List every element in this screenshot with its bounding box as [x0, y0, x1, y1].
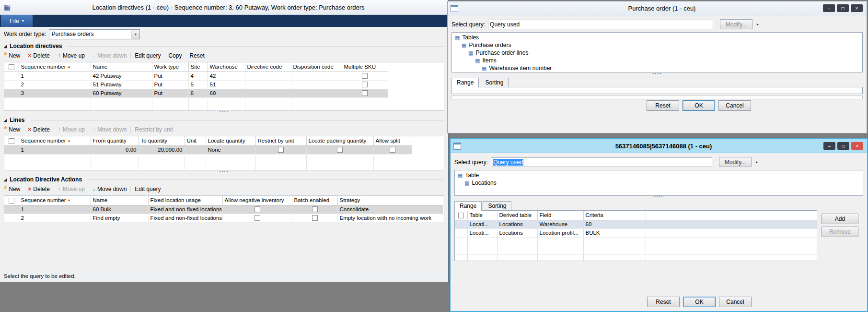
multiple-sku-checkbox[interactable]	[362, 90, 368, 96]
dialog-title-bar[interactable]: 5637146085|5637146088 (1 - ceu) – □ ×	[451, 139, 867, 153]
table-row[interactable]: 2 Find empty Fixed and non-fixed locatio…	[4, 214, 443, 222]
row-selector[interactable]	[4, 89, 19, 97]
select-all-cell[interactable]	[455, 211, 467, 220]
cell-name[interactable]: Find empty	[91, 214, 148, 222]
allow-split-checkbox[interactable]	[390, 147, 395, 153]
delete-button[interactable]: ×Delete	[24, 186, 54, 192]
cell-disposition-code[interactable]	[291, 80, 342, 89]
cell-warehouse[interactable]: 60	[208, 89, 245, 97]
cell-strategy[interactable]: Consolidate	[337, 205, 443, 214]
cell-sequence-number[interactable]: 2	[19, 80, 91, 89]
allow-negative-inventory-checkbox[interactable]	[255, 206, 260, 212]
tab-range[interactable]: Range	[451, 78, 479, 87]
table-row-selected[interactable]: 3 60 Putaway Put 6 60	[4, 89, 388, 97]
row-selector[interactable]	[4, 72, 19, 80]
ok-button[interactable]: OK	[683, 297, 716, 307]
cell-work-type[interactable]: Put	[152, 89, 188, 97]
splitter-handle[interactable]: ····	[0, 111, 448, 115]
row-selector[interactable]	[455, 228, 467, 237]
cell-field[interactable]: Location profil...	[537, 228, 583, 237]
cell-field[interactable]: Warehouse	[537, 220, 583, 228]
cell-batch-enabled[interactable]	[292, 205, 337, 214]
maximize-button[interactable]: □	[837, 4, 849, 12]
column-header-derived-table[interactable]: Derived table	[497, 211, 537, 220]
section-header-location-directives[interactable]: ◢ Location directives	[0, 41, 448, 50]
tree-item[interactable]: ▦Purchase order lines	[454, 49, 860, 57]
select-all-cell[interactable]	[4, 62, 19, 72]
minimize-button[interactable]: –	[823, 4, 835, 12]
cell-directive-code[interactable]	[245, 89, 291, 97]
select-all-cell[interactable]	[4, 136, 19, 145]
tree-item[interactable]: ▦Table	[457, 171, 861, 179]
new-button[interactable]: *New	[4, 126, 24, 133]
cell-multiple-sku[interactable]	[342, 89, 388, 97]
table-row[interactable]: 2 51 Putaway Put 5 51	[4, 80, 388, 89]
column-header-unit[interactable]: Unit	[185, 136, 206, 145]
column-header-criteria[interactable]: Criteria	[583, 211, 646, 220]
column-header-warehouse[interactable]: Warehouse	[208, 62, 245, 72]
collapse-icon[interactable]: ◢	[4, 178, 7, 182]
move-down-button[interactable]: ↓Move down	[89, 126, 130, 133]
new-button[interactable]: *New	[4, 186, 24, 192]
cell-batch-enabled[interactable]	[292, 214, 337, 222]
row-selector[interactable]	[455, 220, 467, 228]
column-header-name[interactable]: Name	[91, 62, 152, 72]
reset-button[interactable]: Reset	[185, 52, 208, 59]
column-header-locate-quantity[interactable]: Locate quantity	[206, 136, 255, 145]
table-row[interactable]: Locati... Locations Location profil... B…	[455, 228, 817, 237]
select-all-checkbox[interactable]	[9, 198, 14, 204]
tree-item[interactable]: ▦Locations	[457, 179, 861, 187]
move-up-button[interactable]: ↑Move up	[54, 186, 89, 192]
column-header-sequence-number[interactable]: Sequence number▲	[19, 196, 91, 205]
delete-button[interactable]: ×Delete	[24, 52, 54, 59]
select-all-checkbox[interactable]	[458, 213, 464, 218]
cell-strategy[interactable]: Empty location with no incoming work	[337, 214, 443, 222]
cell-criteria[interactable]: 60	[583, 220, 646, 228]
dialog-title-bar[interactable]: Purchase order (1 - ceu) – □ ×	[448, 1, 867, 15]
edit-query-button[interactable]: Edit query	[131, 52, 164, 59]
cell-name[interactable]: 51 Putaway	[91, 80, 152, 89]
tree-item[interactable]: ▦Purchase orders	[454, 41, 860, 49]
column-header-to-quantity[interactable]: To quantity	[139, 136, 185, 145]
column-header-from-quantity[interactable]: From quantity	[91, 136, 139, 145]
horizontal-scrollbar[interactable]	[451, 96, 863, 99]
column-header-disposition-code[interactable]: Disposition code	[291, 62, 342, 72]
cell-criteria[interactable]: BULK	[583, 228, 646, 237]
batch-enabled-checkbox[interactable]	[312, 215, 318, 221]
tab-sorting[interactable]: Sorting	[483, 201, 511, 210]
cell-multiple-sku[interactable]	[342, 72, 388, 80]
batch-enabled-checkbox[interactable]	[312, 206, 318, 212]
row-selector[interactable]	[4, 80, 19, 89]
cell-fixed-location-usage[interactable]: Fixed and non-fixed locations	[148, 205, 222, 214]
modify-button[interactable]: Modify...	[720, 19, 752, 29]
row-selector[interactable]	[4, 214, 19, 222]
cell-warehouse[interactable]: 51	[208, 80, 245, 89]
cell-from-quantity[interactable]: 0.00	[91, 145, 139, 154]
modify-menu-arrow-icon[interactable]: ▸	[756, 160, 758, 164]
cell-to-quantity[interactable]: 20,000.00	[139, 145, 185, 154]
cell-disposition-code[interactable]	[291, 89, 342, 97]
cancel-button[interactable]: Cancel	[719, 297, 752, 307]
tree-item[interactable]: ▦Tables	[454, 34, 860, 41]
cell-name[interactable]: 42 Putaway	[91, 72, 152, 80]
cell-locate-packing-quantity[interactable]	[306, 145, 373, 154]
cell-sequence-number[interactable]: 2	[19, 214, 91, 222]
cell-sequence-number[interactable]: 3	[19, 89, 91, 97]
splitter-handle[interactable]: ····	[0, 170, 448, 175]
close-button[interactable]: ×	[851, 4, 863, 12]
column-header-name[interactable]: Name	[91, 196, 148, 205]
cell-disposition-code[interactable]	[291, 72, 342, 80]
cell-work-type[interactable]: Put	[152, 72, 188, 80]
cell-locate-quantity[interactable]: None	[206, 145, 255, 154]
cell-site[interactable]: 6	[188, 89, 208, 97]
tree-item[interactable]: ▦Items	[454, 57, 860, 64]
cancel-button[interactable]: Cancel	[718, 100, 751, 111]
collapse-icon[interactable]: ◢	[4, 44, 7, 48]
cell-site[interactable]: 5	[188, 80, 208, 89]
resize-handle[interactable]: ····	[448, 72, 867, 77]
cell-allow-negative-inventory[interactable]	[222, 205, 292, 214]
file-menu-button[interactable]: File ▾	[1, 15, 33, 27]
column-header-allow-split[interactable]: Allow split	[373, 136, 412, 145]
cell-site[interactable]: 4	[188, 72, 208, 80]
edit-query-button[interactable]: Edit query	[131, 186, 164, 192]
